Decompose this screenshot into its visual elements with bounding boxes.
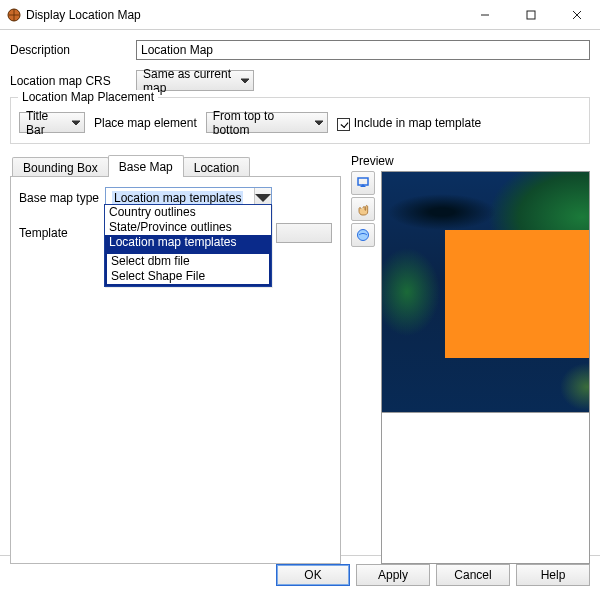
- tab-location[interactable]: Location: [183, 157, 250, 177]
- tool-pan-icon[interactable]: [351, 197, 375, 221]
- basemap-type-label: Base map type: [19, 191, 105, 205]
- help-button[interactable]: Help: [516, 564, 590, 586]
- button-label: Cancel: [454, 568, 491, 582]
- crs-label: Location map CRS: [10, 74, 136, 88]
- chevron-down-icon: [315, 116, 323, 130]
- place-element-select[interactable]: From top to bottom: [206, 112, 328, 133]
- dropdown-option[interactable]: Country outlines: [105, 205, 271, 220]
- placement-group: Location Map Placement Title Bar Place m…: [10, 97, 590, 144]
- placement-titlebar-value: Title Bar: [26, 109, 64, 137]
- tab-label: Base Map: [119, 160, 173, 174]
- button-label: Help: [541, 568, 566, 582]
- basemap-tab-panel: Base map type Location map templates Tem…: [10, 176, 341, 564]
- placement-titlebar-select[interactable]: Title Bar: [19, 112, 85, 133]
- dropdown-option[interactable]: Select Shape File: [107, 269, 269, 284]
- template-browse-button[interactable]: [276, 223, 332, 243]
- dialog-body: Description Location map CRS Same as cur…: [0, 30, 600, 555]
- svg-rect-2: [527, 11, 535, 19]
- crs-select[interactable]: Same as current map: [136, 70, 254, 91]
- include-template-label: Include in map template: [354, 116, 481, 130]
- placement-group-title: Location Map Placement: [18, 90, 158, 104]
- dropdown-option-selected[interactable]: Location map templates: [105, 235, 271, 250]
- map-overlay-rectangle: [445, 230, 590, 358]
- ok-button[interactable]: OK: [276, 564, 350, 586]
- svg-marker-5: [241, 79, 249, 83]
- app-icon: [6, 7, 22, 23]
- place-element-value: From top to bottom: [213, 109, 307, 137]
- place-element-label: Place map element: [94, 116, 197, 130]
- minimize-button[interactable]: [462, 0, 508, 30]
- window-titlebar: Display Location Map: [0, 0, 600, 30]
- svg-marker-8: [255, 194, 271, 202]
- basemap-type-dropdown: Country outlines State/Province outlines…: [104, 204, 272, 287]
- tool-refresh-icon[interactable]: [351, 223, 375, 247]
- svg-marker-6: [72, 121, 80, 125]
- description-input[interactable]: [136, 40, 590, 60]
- svg-rect-9: [358, 178, 368, 185]
- button-label: OK: [304, 568, 321, 582]
- dropdown-option[interactable]: State/Province outlines: [105, 220, 271, 235]
- include-template-checkbox[interactable]: Include in map template: [337, 116, 481, 130]
- apply-button[interactable]: Apply: [356, 564, 430, 586]
- tab-label: Location: [194, 161, 239, 175]
- maximize-button[interactable]: [508, 0, 554, 30]
- chevron-down-icon: [241, 74, 249, 88]
- preview-empty-area: [382, 412, 589, 563]
- checkbox-icon: [337, 118, 350, 131]
- preview-canvas[interactable]: [381, 171, 590, 564]
- tab-base-map[interactable]: Base Map: [108, 155, 184, 177]
- cancel-button[interactable]: Cancel: [436, 564, 510, 586]
- button-label: Apply: [378, 568, 408, 582]
- basemap-type-value: Location map templates: [112, 191, 243, 205]
- svg-marker-7: [315, 121, 323, 125]
- tool-zoom-extent-icon[interactable]: [351, 171, 375, 195]
- tab-bounding-box[interactable]: Bounding Box: [12, 157, 109, 177]
- close-button[interactable]: [554, 0, 600, 30]
- description-label: Description: [10, 43, 136, 57]
- template-label: Template: [19, 226, 105, 240]
- tab-label: Bounding Box: [23, 161, 98, 175]
- chevron-down-icon: [72, 116, 80, 130]
- dropdown-option[interactable]: Select dbm file: [107, 254, 269, 269]
- tab-strip: Bounding Box Base Map Location: [10, 154, 341, 176]
- preview-label: Preview: [351, 154, 590, 171]
- window-title: Display Location Map: [26, 8, 141, 22]
